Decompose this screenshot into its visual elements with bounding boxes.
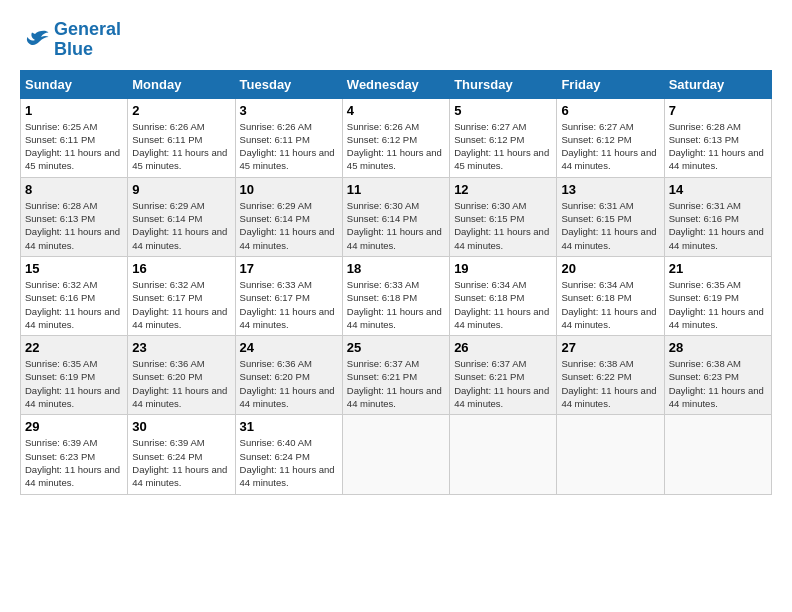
day-number: 2 (132, 103, 230, 118)
day-cell: 2Sunrise: 6:26 AMSunset: 6:11 PMDaylight… (128, 98, 235, 177)
day-number: 29 (25, 419, 123, 434)
empty-day-cell (342, 415, 449, 494)
day-info: Sunrise: 6:37 AMSunset: 6:21 PMDaylight:… (454, 357, 552, 410)
day-number: 7 (669, 103, 767, 118)
day-info: Sunrise: 6:30 AMSunset: 6:14 PMDaylight:… (347, 199, 445, 252)
logo: General Blue (20, 20, 121, 60)
day-cell: 10Sunrise: 6:29 AMSunset: 6:14 PMDayligh… (235, 177, 342, 256)
day-cell: 4Sunrise: 6:26 AMSunset: 6:12 PMDaylight… (342, 98, 449, 177)
day-number: 20 (561, 261, 659, 276)
empty-day-cell (664, 415, 771, 494)
day-number: 22 (25, 340, 123, 355)
weekday-header: Saturday (664, 70, 771, 98)
day-number: 18 (347, 261, 445, 276)
day-cell: 7Sunrise: 6:28 AMSunset: 6:13 PMDaylight… (664, 98, 771, 177)
day-info: Sunrise: 6:38 AMSunset: 6:23 PMDaylight:… (669, 357, 767, 410)
day-cell: 5Sunrise: 6:27 AMSunset: 6:12 PMDaylight… (450, 98, 557, 177)
day-cell: 26Sunrise: 6:37 AMSunset: 6:21 PMDayligh… (450, 336, 557, 415)
day-info: Sunrise: 6:33 AMSunset: 6:17 PMDaylight:… (240, 278, 338, 331)
day-info: Sunrise: 6:36 AMSunset: 6:20 PMDaylight:… (240, 357, 338, 410)
day-number: 26 (454, 340, 552, 355)
day-info: Sunrise: 6:29 AMSunset: 6:14 PMDaylight:… (240, 199, 338, 252)
day-cell: 3Sunrise: 6:26 AMSunset: 6:11 PMDaylight… (235, 98, 342, 177)
calendar-header-row: SundayMondayTuesdayWednesdayThursdayFrid… (21, 70, 772, 98)
logo-icon (20, 28, 50, 52)
day-info: Sunrise: 6:34 AMSunset: 6:18 PMDaylight:… (561, 278, 659, 331)
day-cell: 6Sunrise: 6:27 AMSunset: 6:12 PMDaylight… (557, 98, 664, 177)
weekday-header: Friday (557, 70, 664, 98)
day-number: 12 (454, 182, 552, 197)
day-cell: 15Sunrise: 6:32 AMSunset: 6:16 PMDayligh… (21, 256, 128, 335)
calendar-week-row: 22Sunrise: 6:35 AMSunset: 6:19 PMDayligh… (21, 336, 772, 415)
day-number: 14 (669, 182, 767, 197)
day-info: Sunrise: 6:35 AMSunset: 6:19 PMDaylight:… (669, 278, 767, 331)
page-header: General Blue (20, 20, 772, 60)
day-number: 13 (561, 182, 659, 197)
day-cell: 20Sunrise: 6:34 AMSunset: 6:18 PMDayligh… (557, 256, 664, 335)
day-info: Sunrise: 6:30 AMSunset: 6:15 PMDaylight:… (454, 199, 552, 252)
day-cell: 30Sunrise: 6:39 AMSunset: 6:24 PMDayligh… (128, 415, 235, 494)
weekday-header: Wednesday (342, 70, 449, 98)
day-cell: 8Sunrise: 6:28 AMSunset: 6:13 PMDaylight… (21, 177, 128, 256)
day-cell: 27Sunrise: 6:38 AMSunset: 6:22 PMDayligh… (557, 336, 664, 415)
day-cell: 24Sunrise: 6:36 AMSunset: 6:20 PMDayligh… (235, 336, 342, 415)
day-info: Sunrise: 6:33 AMSunset: 6:18 PMDaylight:… (347, 278, 445, 331)
day-info: Sunrise: 6:35 AMSunset: 6:19 PMDaylight:… (25, 357, 123, 410)
day-info: Sunrise: 6:32 AMSunset: 6:16 PMDaylight:… (25, 278, 123, 331)
day-info: Sunrise: 6:40 AMSunset: 6:24 PMDaylight:… (240, 436, 338, 489)
day-number: 10 (240, 182, 338, 197)
calendar-week-row: 29Sunrise: 6:39 AMSunset: 6:23 PMDayligh… (21, 415, 772, 494)
weekday-header: Tuesday (235, 70, 342, 98)
day-cell: 11Sunrise: 6:30 AMSunset: 6:14 PMDayligh… (342, 177, 449, 256)
day-cell: 18Sunrise: 6:33 AMSunset: 6:18 PMDayligh… (342, 256, 449, 335)
day-number: 15 (25, 261, 123, 276)
calendar-week-row: 15Sunrise: 6:32 AMSunset: 6:16 PMDayligh… (21, 256, 772, 335)
day-cell: 1Sunrise: 6:25 AMSunset: 6:11 PMDaylight… (21, 98, 128, 177)
day-cell: 29Sunrise: 6:39 AMSunset: 6:23 PMDayligh… (21, 415, 128, 494)
day-number: 4 (347, 103, 445, 118)
day-number: 19 (454, 261, 552, 276)
day-number: 11 (347, 182, 445, 197)
day-cell: 16Sunrise: 6:32 AMSunset: 6:17 PMDayligh… (128, 256, 235, 335)
calendar-table: SundayMondayTuesdayWednesdayThursdayFrid… (20, 70, 772, 495)
day-info: Sunrise: 6:36 AMSunset: 6:20 PMDaylight:… (132, 357, 230, 410)
day-number: 1 (25, 103, 123, 118)
day-info: Sunrise: 6:38 AMSunset: 6:22 PMDaylight:… (561, 357, 659, 410)
day-info: Sunrise: 6:28 AMSunset: 6:13 PMDaylight:… (669, 120, 767, 173)
calendar-week-row: 8Sunrise: 6:28 AMSunset: 6:13 PMDaylight… (21, 177, 772, 256)
day-number: 9 (132, 182, 230, 197)
day-info: Sunrise: 6:29 AMSunset: 6:14 PMDaylight:… (132, 199, 230, 252)
day-cell: 28Sunrise: 6:38 AMSunset: 6:23 PMDayligh… (664, 336, 771, 415)
day-number: 23 (132, 340, 230, 355)
day-number: 24 (240, 340, 338, 355)
logo-text: General Blue (54, 20, 121, 60)
day-info: Sunrise: 6:26 AMSunset: 6:12 PMDaylight:… (347, 120, 445, 173)
day-cell: 22Sunrise: 6:35 AMSunset: 6:19 PMDayligh… (21, 336, 128, 415)
day-info: Sunrise: 6:26 AMSunset: 6:11 PMDaylight:… (132, 120, 230, 173)
day-number: 30 (132, 419, 230, 434)
day-number: 25 (347, 340, 445, 355)
day-info: Sunrise: 6:39 AMSunset: 6:23 PMDaylight:… (25, 436, 123, 489)
day-number: 3 (240, 103, 338, 118)
day-cell: 25Sunrise: 6:37 AMSunset: 6:21 PMDayligh… (342, 336, 449, 415)
day-cell: 31Sunrise: 6:40 AMSunset: 6:24 PMDayligh… (235, 415, 342, 494)
day-info: Sunrise: 6:25 AMSunset: 6:11 PMDaylight:… (25, 120, 123, 173)
day-info: Sunrise: 6:27 AMSunset: 6:12 PMDaylight:… (454, 120, 552, 173)
weekday-header: Monday (128, 70, 235, 98)
weekday-header: Sunday (21, 70, 128, 98)
empty-day-cell (557, 415, 664, 494)
day-number: 6 (561, 103, 659, 118)
empty-day-cell (450, 415, 557, 494)
day-number: 5 (454, 103, 552, 118)
day-info: Sunrise: 6:31 AMSunset: 6:15 PMDaylight:… (561, 199, 659, 252)
day-info: Sunrise: 6:39 AMSunset: 6:24 PMDaylight:… (132, 436, 230, 489)
day-info: Sunrise: 6:27 AMSunset: 6:12 PMDaylight:… (561, 120, 659, 173)
day-number: 21 (669, 261, 767, 276)
day-number: 28 (669, 340, 767, 355)
day-info: Sunrise: 6:37 AMSunset: 6:21 PMDaylight:… (347, 357, 445, 410)
day-number: 8 (25, 182, 123, 197)
day-cell: 23Sunrise: 6:36 AMSunset: 6:20 PMDayligh… (128, 336, 235, 415)
day-cell: 19Sunrise: 6:34 AMSunset: 6:18 PMDayligh… (450, 256, 557, 335)
weekday-header: Thursday (450, 70, 557, 98)
calendar-week-row: 1Sunrise: 6:25 AMSunset: 6:11 PMDaylight… (21, 98, 772, 177)
